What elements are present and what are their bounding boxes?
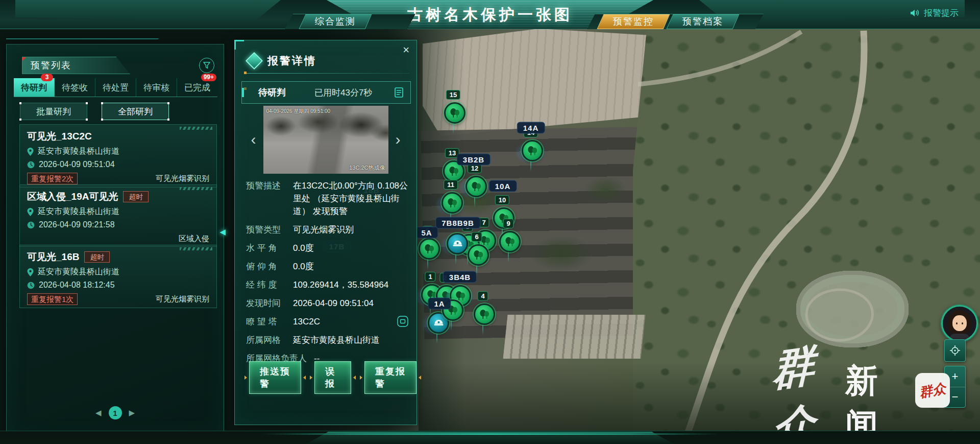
page-number-current[interactable]: 1 bbox=[109, 406, 122, 419]
page-next-button[interactable]: ▶ bbox=[129, 408, 135, 417]
alarm-fields: 预警描述 在13C2C北0.00°方向 0.108公里处 （延安市黄陵县桥山街道… bbox=[246, 179, 408, 370]
repeat-alarm-badge: 重复报警2次 bbox=[27, 173, 78, 184]
document-icon[interactable] bbox=[395, 87, 403, 98]
all-judgement-label: 全部研判 bbox=[118, 106, 153, 118]
tab-warning-monitoring[interactable]: 预警监控 bbox=[597, 14, 670, 29]
location-pin-icon bbox=[27, 268, 34, 276]
funnel-icon bbox=[203, 62, 210, 69]
tab-pending-judgement[interactable]: 待研判 3 bbox=[14, 78, 55, 97]
all-judgement-button[interactable]: 全部研判 bbox=[102, 103, 169, 120]
timeout-badge: 超时 bbox=[123, 191, 149, 202]
marker-number-label: 4 bbox=[477, 291, 488, 301]
screen: 15141312111097865123414A3B2B10A7B8B9B5A3… bbox=[0, 0, 980, 444]
tab-completed-badge: 99+ bbox=[201, 74, 216, 81]
pagination: ◀ 1 ▶ bbox=[7, 406, 224, 419]
field-label: 水 平 角 bbox=[246, 242, 293, 254]
alarm-hint-button[interactable]: 报警提示 bbox=[910, 7, 959, 19]
warning-card-time: 2026-04-09 09:21:58 bbox=[39, 220, 115, 229]
repeat-alarm-badge: 重复报警1次 bbox=[27, 293, 78, 305]
field-value: 在13C2C北0.00°方向 0.108公里处 （延安市黄陵县桥山街道） 发现预… bbox=[293, 179, 408, 218]
warning-card-type: 可见光烟雾识别 bbox=[156, 294, 209, 304]
title-divider bbox=[246, 73, 409, 74]
tab-pending-disposal-label: 待处置 bbox=[103, 82, 129, 94]
field-label: 所属网格 bbox=[246, 334, 293, 346]
alarm-action-buttons: 推送预警 误报 重复报警 bbox=[249, 361, 416, 394]
field-value: 109.269414，35.584964 bbox=[293, 278, 408, 291]
tab-pending-receipt[interactable]: 待签收 bbox=[55, 78, 95, 97]
field-value: 13C2C bbox=[293, 315, 408, 328]
push-warning-button[interactable]: 推送预警 bbox=[249, 361, 301, 394]
field-type: 预警类型 可见光烟雾识别 bbox=[246, 223, 408, 236]
status-value: 待研判 bbox=[258, 86, 286, 99]
false-alarm-button[interactable]: 误报 bbox=[314, 361, 351, 394]
header: 古树名木保护一张图 综合监测 预警监控 预警档案 报警提示 bbox=[0, 0, 980, 29]
clock-icon bbox=[27, 161, 35, 169]
map-area-label-5A: 5A bbox=[415, 227, 438, 239]
tab-pending-disposal[interactable]: 待处置 bbox=[95, 78, 136, 97]
marker-number-label: 9 bbox=[503, 219, 513, 228]
clock-icon bbox=[27, 282, 35, 289]
tree-marker-icon bbox=[474, 303, 495, 325]
field-horizontal-angle: 水 平 角 0.0度 bbox=[246, 242, 408, 254]
gold-dot-decor bbox=[244, 72, 247, 74]
warning-status-tabs: 待研判 3 待签收 待处置 待审核 已完成 99+ bbox=[14, 78, 217, 97]
watermark-script-text: 群众 bbox=[772, 336, 811, 444]
map-area-label-3B4B: 3B4B bbox=[443, 271, 477, 283]
page-prev-button[interactable]: ◀ bbox=[95, 408, 102, 417]
carousel-prev-button[interactable]: ‹ bbox=[251, 132, 256, 147]
warning-card-title: 可见光_13C2C bbox=[27, 130, 92, 143]
tree-marker-icon bbox=[465, 176, 487, 197]
batch-judgement-button[interactable]: 批量研判 bbox=[20, 103, 87, 120]
tab-warning-archive[interactable]: 预警档案 bbox=[667, 14, 740, 29]
field-label: 发现时间 bbox=[246, 297, 293, 310]
tab-warning-archive-label: 预警档案 bbox=[682, 15, 723, 29]
camera-timestamp-overlay: 04-09-2026 星期四 09:51:00 bbox=[266, 108, 331, 115]
field-pitch-angle: 俯 仰 角 0.0度 bbox=[246, 260, 408, 273]
camera-view-icon[interactable] bbox=[397, 316, 408, 327]
batch-judgement-label: 批量研判 bbox=[36, 106, 71, 118]
alarm-image-carousel: ‹ 04-09-2026 星期四 09:51:00 13C.2C热成像 › bbox=[242, 104, 409, 175]
warning-card-2[interactable]: 区域入侵_19A可见光 超时 延安市黄陵县桥山街道 2026-04-09 09:… bbox=[19, 184, 217, 247]
tab-completed-label: 已完成 bbox=[184, 82, 210, 94]
tab-completed[interactable]: 已完成 99+ bbox=[177, 78, 217, 97]
panel-collapse-button[interactable]: ◀ bbox=[219, 227, 226, 237]
tab-pending-review[interactable]: 待审核 bbox=[136, 78, 177, 97]
field-value: 延安市黄陵县桥山街道 bbox=[293, 334, 408, 346]
alarm-camera-image[interactable]: 04-09-2026 星期四 09:51:00 13C.2C热成像 bbox=[263, 106, 388, 174]
filter-button[interactable] bbox=[199, 58, 214, 73]
close-icon[interactable]: × bbox=[403, 44, 409, 56]
field-label: 经 纬 度 bbox=[246, 278, 293, 291]
location-pin-icon bbox=[27, 208, 34, 216]
tree-marker-icon bbox=[419, 238, 440, 260]
warning-card-time: 2026-04-08 18:12:45 bbox=[39, 281, 115, 290]
marker-number-label: 15 bbox=[446, 90, 460, 100]
repeat-alarm-button[interactable]: 重复报警 bbox=[364, 361, 416, 394]
tab-pending-review-label: 待审核 bbox=[143, 82, 169, 94]
page-title: 古树名木保护一张图 bbox=[0, 5, 980, 26]
map-area-label-1A: 1A bbox=[428, 298, 451, 310]
warning-card-type: 可见光烟雾识别 bbox=[156, 174, 209, 183]
warning-card-location: 延安市黄陵县桥山街道 bbox=[38, 146, 119, 157]
carousel-next-button[interactable]: › bbox=[396, 132, 401, 147]
tab-comprehensive-monitoring[interactable]: 综合监测 bbox=[299, 14, 372, 29]
news-app-logo-text: 群众 bbox=[918, 379, 947, 401]
warning-card-location: 延安市黄陵县桥山街道 bbox=[38, 267, 119, 277]
map-area-label-10A: 10A bbox=[489, 180, 517, 192]
field-label: 瞭 望 塔 bbox=[246, 315, 293, 328]
marker-number-label: 10 bbox=[495, 195, 509, 205]
warning-card-time: 2026-04-09 09:51:04 bbox=[39, 160, 115, 169]
warning-list-panel: 预警列表 待研判 3 待签收 待处置 待审核 bbox=[6, 44, 224, 438]
news-app-logo: 群众 bbox=[915, 373, 950, 408]
warning-card-title: 可见光_16B bbox=[27, 250, 79, 264]
alarm-detail-title: 报警详情 bbox=[267, 54, 316, 68]
location-pin-icon bbox=[27, 148, 34, 156]
tab-pending-judgement-label: 待研判 bbox=[21, 82, 47, 94]
warning-card-3[interactable]: 可见光_16B 超时 延安市黄陵县桥山街道 2026-04-08 18:12:4… bbox=[19, 245, 217, 308]
field-value: 2026-04-09 09:51:04 bbox=[293, 297, 408, 310]
tree-marker-icon bbox=[442, 192, 463, 214]
marker-number-label: 11 bbox=[444, 180, 458, 190]
warning-card-1[interactable]: 可见光_13C2C 延安市黄陵县桥山街道 2026-04-09 09:51:04… bbox=[19, 124, 217, 188]
tab-pending-receipt-label: 待签收 bbox=[62, 82, 88, 94]
warning-list-title: 预警列表 bbox=[22, 59, 71, 72]
alarm-detail-panel: × 报警详情 待研判 已用时43分7秒 ‹ 04-09-2026 星期四 09:… bbox=[234, 40, 417, 425]
